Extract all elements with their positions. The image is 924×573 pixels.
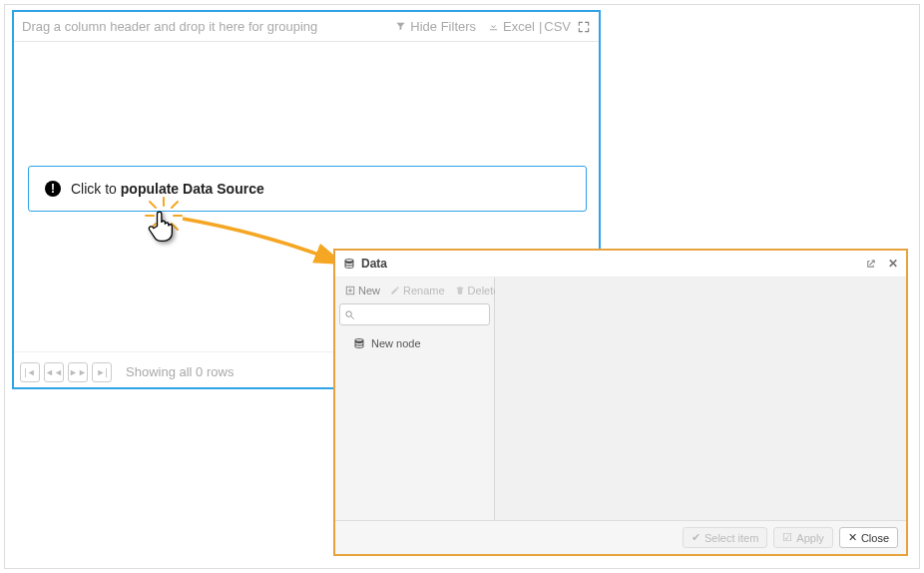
database-icon	[343, 258, 355, 270]
svg-point-9	[346, 310, 352, 316]
export-separator: |	[539, 19, 542, 34]
apply-label: Apply	[796, 532, 824, 544]
hide-filters-button[interactable]: Hide Filters	[395, 19, 476, 34]
data-modal: Data ✕ New Rename	[333, 249, 908, 556]
populate-data-source-banner[interactable]: ! Click to populate Data Source	[28, 166, 587, 212]
plus-square-icon	[345, 286, 355, 295]
check-icon: ✔	[692, 531, 700, 544]
popout-icon[interactable]	[865, 259, 876, 270]
sidebar-toolbar: New Rename Delete	[339, 282, 490, 299]
download-icon	[488, 21, 499, 32]
populate-text: Click to populate Data Source	[71, 181, 264, 197]
svg-line-10	[351, 315, 354, 318]
group-drop-hint[interactable]: Drag a column header and drop it here fo…	[22, 19, 383, 34]
close-icon[interactable]: ✕	[888, 257, 898, 271]
search-input-wrap[interactable]	[339, 303, 490, 325]
close-label: Close	[861, 532, 889, 544]
modal-footer: ✔ Select item ☑ Apply ✕ Close	[335, 520, 906, 554]
search-icon	[344, 309, 355, 320]
new-button[interactable]: New	[341, 284, 384, 297]
x-icon: ✕	[848, 531, 857, 544]
export-excel-button[interactable]: Excel	[488, 19, 535, 34]
trash-icon	[455, 286, 465, 295]
close-button[interactable]: ✕ Close	[839, 527, 898, 548]
check-badge-icon: ☑	[782, 531, 792, 544]
edit-icon	[390, 286, 400, 295]
modal-title: Data	[361, 257, 387, 271]
modal-sidebar: New Rename Delete	[335, 278, 495, 520]
select-item-button[interactable]: ✔ Select item	[683, 527, 767, 548]
export-csv-label: CSV	[544, 19, 571, 34]
pager-first-button[interactable]: |◄	[20, 362, 40, 382]
apply-button[interactable]: ☑ Apply	[773, 527, 833, 548]
hide-filters-label: Hide Filters	[410, 19, 476, 34]
pager-next-button[interactable]: ►►	[68, 362, 88, 382]
rename-label: Rename	[403, 285, 445, 296]
fullscreen-icon[interactable]	[577, 20, 591, 34]
grid-header: Drag a column header and drop it here fo…	[14, 12, 599, 42]
row-count-label: Showing all 0 rows	[126, 364, 233, 379]
select-item-label: Select item	[704, 532, 758, 544]
pager-prev-button[interactable]: ◄◄	[44, 362, 64, 382]
export-csv-button[interactable]: CSV	[544, 19, 571, 34]
rename-button[interactable]: Rename	[386, 284, 449, 297]
tree-item-label: New node	[371, 337, 421, 349]
info-icon: !	[45, 181, 61, 197]
search-input[interactable]	[359, 308, 497, 320]
export-excel-label: Excel	[503, 19, 535, 34]
database-icon	[353, 337, 365, 349]
tree: New node	[339, 329, 490, 355]
modal-body: New Rename Delete	[335, 278, 906, 520]
tree-item-new-node[interactable]: New node	[353, 335, 486, 351]
modal-content	[495, 278, 906, 520]
new-label: New	[358, 285, 380, 296]
pager-last-button[interactable]: ►|	[92, 362, 112, 382]
populate-bold: populate Data Source	[121, 181, 264, 197]
modal-titlebar[interactable]: Data ✕	[335, 251, 906, 278]
populate-prefix: Click to	[71, 181, 121, 197]
filter-icon	[395, 21, 406, 32]
